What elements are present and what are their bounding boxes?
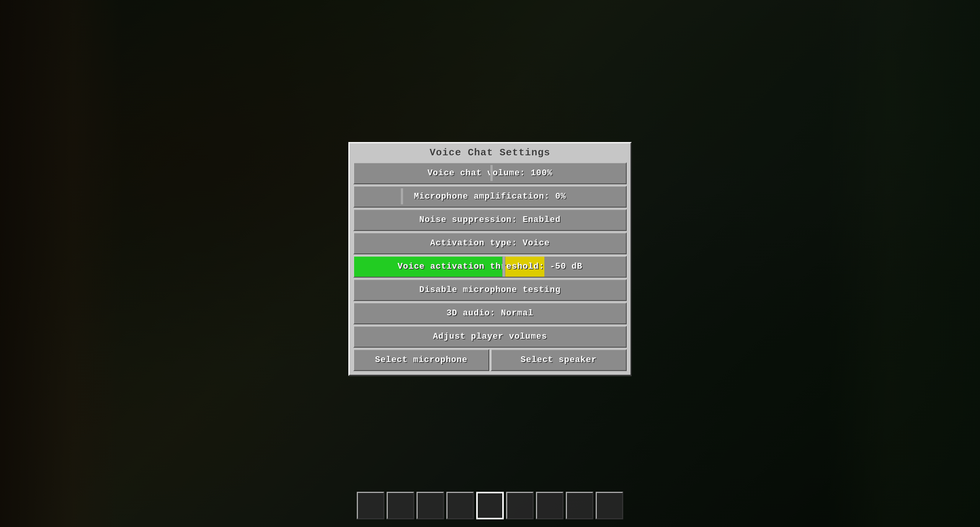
audio-3d-button[interactable]: 3D audio: Normal <box>353 302 627 324</box>
noise-suppression-button[interactable]: Noise suppression: Enabled <box>353 209 627 231</box>
microphone-amplification-slider[interactable]: Microphone amplification: 0% <box>353 186 627 207</box>
modal-panel: Voice Chat Settings Voice chat volume: 1… <box>348 142 632 376</box>
hotbar <box>357 492 623 519</box>
voice-chat-settings-modal: Voice Chat Settings Voice chat volume: 1… <box>348 142 632 376</box>
hotbar-slot-5[interactable] <box>476 492 504 519</box>
hotbar-slot-2[interactable] <box>387 492 414 519</box>
hotbar-slot-8[interactable] <box>566 492 593 519</box>
settings-list: Voice chat volume: 100% Microphone ampli… <box>353 162 627 371</box>
hotbar-slot-3[interactable] <box>416 492 444 519</box>
adjust-player-volumes-button[interactable]: Adjust player volumes <box>353 326 627 348</box>
select-speaker-button[interactable]: Select speaker <box>491 349 627 371</box>
disable-microphone-testing-button[interactable]: Disable microphone testing <box>353 279 627 301</box>
activation-type-button[interactable]: Activation type: Voice <box>353 232 627 254</box>
voice-activation-threshold-slider[interactable]: Voice activation threshold: -50 dB <box>353 256 627 277</box>
hotbar-slot-1[interactable] <box>357 492 384 519</box>
modal-title: Voice Chat Settings <box>353 147 627 158</box>
hotbar-slot-4[interactable] <box>446 492 474 519</box>
voice-chat-volume-slider[interactable]: Voice chat volume: 100% <box>353 162 627 184</box>
bottom-button-row: Select microphone Select speaker <box>353 349 627 371</box>
hotbar-slot-6[interactable] <box>506 492 534 519</box>
select-microphone-button[interactable]: Select microphone <box>353 349 489 371</box>
hotbar-slot-7[interactable] <box>536 492 564 519</box>
hotbar-slot-9[interactable] <box>596 492 623 519</box>
